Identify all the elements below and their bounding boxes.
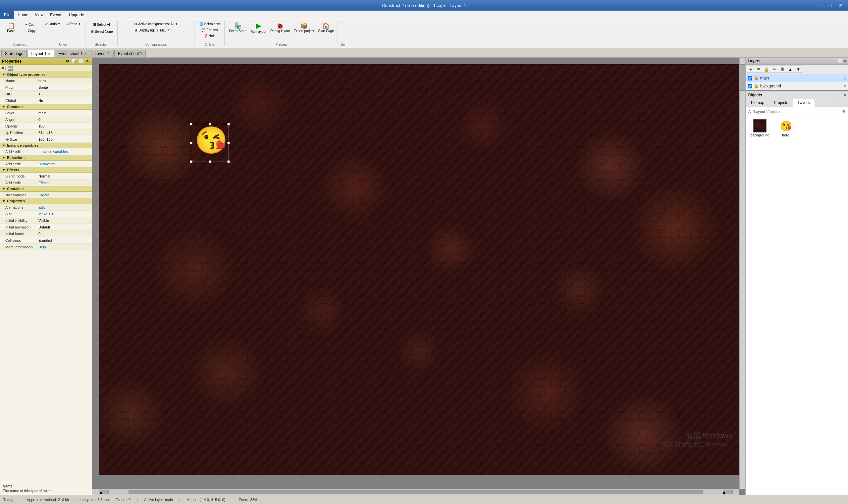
menu-item-events[interactable]: Events <box>47 11 66 19</box>
undo-button[interactable]: ↩ Undo ▼ <box>43 21 63 27</box>
scirra-button[interactable]: 🌐 Scirra.com <box>197 21 223 27</box>
canvas-area[interactable]: 😘 激活 Windows 转到"设置"以激活 Windows。 <box>92 58 745 495</box>
tab-layout1-b[interactable]: Layout 1 <box>91 50 113 57</box>
prop-collisions: Collisions Enabled <box>0 237 92 244</box>
section-effects[interactable]: ▼ Effects <box>0 167 92 173</box>
props-tool-2[interactable]: 🔤 <box>7 66 13 71</box>
section-properties[interactable]: ▼ Properties <box>0 198 92 204</box>
prop-mi-link[interactable]: Help <box>38 245 90 249</box>
section-common[interactable]: ▼ Common <box>0 104 92 110</box>
section-iv-collapse: ▼ <box>2 143 6 147</box>
delete-layer-button[interactable]: 🗑 <box>779 66 786 73</box>
menu-item-home[interactable]: Home <box>14 11 32 19</box>
displaying-icon: 🖥 <box>134 29 138 32</box>
layer-visibility-button[interactable]: 👁 <box>755 66 762 73</box>
h-scroll-btn-left[interactable]: ◀ <box>99 490 109 494</box>
prop-uid-label: UID <box>5 92 38 96</box>
tab-layout1-active[interactable]: Layout 1 ✕ <box>28 50 54 57</box>
section-instance-vars[interactable]: ▼ Instance variables <box>0 143 92 148</box>
objects-close[interactable]: ✕ <box>843 93 846 97</box>
props-sort-by-cat[interactable]: 📊 <box>71 59 77 64</box>
paste-button[interactable]: 📋 Paste <box>3 21 20 34</box>
store-button[interactable]: 🏪 Scirra Store <box>227 22 248 34</box>
layer-lock-button[interactable]: 🔒 <box>763 66 770 73</box>
maximize-button[interactable]: □ <box>826 2 835 9</box>
prop-name-value: hero <box>38 79 90 83</box>
prop-eff-label: Add / edit <box>5 181 38 185</box>
canvas-horizontal-scrollbar[interactable]: ◀ ▶ <box>92 489 739 495</box>
prop-anim-link[interactable]: Edit <box>38 205 90 209</box>
section-behaviors[interactable]: ▼ Behaviors <box>0 155 92 161</box>
tab-layout1-close[interactable]: ✕ <box>48 52 50 56</box>
help-button[interactable]: ❓ Help <box>201 33 218 39</box>
prop-eff-link[interactable]: Effects <box>38 181 90 185</box>
forums-button[interactable]: 💬 Forums <box>199 27 220 33</box>
export-project-button[interactable]: 📦 Export project <box>292 22 316 34</box>
selection-label: Selection <box>95 42 108 47</box>
displaying-button[interactable]: 🖥 Displaying: HTML5 ▼ <box>132 28 172 33</box>
prop-if-label: Initial frame <box>5 232 38 236</box>
start-page-button[interactable]: 🏠 Start Page <box>317 22 336 34</box>
select-none-button[interactable]: ⊟ Select None <box>88 28 115 35</box>
titlebar-controls[interactable]: — □ ✕ <box>815 2 845 9</box>
prop-layer: Layer main <box>0 110 92 116</box>
layers-float[interactable]: ⬜ <box>838 59 842 63</box>
canvas-vertical-scrollbar[interactable] <box>739 58 745 489</box>
layer-main-checkbox[interactable] <box>748 76 752 80</box>
right-panel: Layers ⬜ ✕ + 👁 🔒 ✏ 🗑 ▲ ▼ 🔒 main <box>745 58 848 495</box>
properties-title: Properties <box>2 59 21 64</box>
tab-event-sheet1-b[interactable]: Event sheet 1 <box>114 50 146 57</box>
tab-event-sheet1-close[interactable]: ✕ <box>84 52 87 56</box>
section-container[interactable]: ▼ Container <box>0 186 92 192</box>
prop-cont-link[interactable]: Create <box>38 193 90 197</box>
object-background[interactable]: background <box>748 118 772 139</box>
props-tool-1[interactable]: ≡↕ <box>1 66 6 71</box>
tab-tilemap[interactable]: Tilemap <box>746 99 769 107</box>
hero-sprite[interactable]: 😘 <box>195 127 227 159</box>
props-float[interactable]: ⬜ <box>78 59 85 64</box>
object-hero[interactable]: 😘 hero <box>774 118 797 139</box>
section-object-type[interactable]: ▼ Object type properties <box>0 72 92 77</box>
prop-angle-value: 0 <box>38 118 90 122</box>
close-button[interactable]: ✕ <box>836 2 845 9</box>
select-all-label: Select All <box>97 23 111 26</box>
props-close[interactable]: ✕ <box>85 59 90 64</box>
objects-settings-icon[interactable]: ⚙ <box>842 109 845 113</box>
tab-event-sheet1[interactable]: Event sheet 1 ✕ <box>55 50 90 57</box>
layer-bg-checkbox[interactable] <box>748 84 752 88</box>
active-config-button[interactable]: ⚙ Active configurations: All ▼ <box>132 21 180 27</box>
statusbar: Ready Approx. download: 210 kb memory us… <box>0 495 848 504</box>
menu-item-file[interactable]: File <box>0 11 14 19</box>
objects-float[interactable]: ⬜ <box>838 93 842 97</box>
v-scroll-thumb[interactable] <box>740 64 745 91</box>
layout-canvas[interactable]: 😘 激活 Windows 转到"设置"以激活 Windows。 <box>99 64 739 475</box>
h-scroll-btn-right[interactable]: ▶ <box>723 490 733 494</box>
menu-item-upgrade[interactable]: Upgrade <box>66 11 87 19</box>
run-layout-button[interactable]: ▶ Run layout <box>249 21 268 34</box>
layers-close[interactable]: ✕ <box>843 59 846 63</box>
cut-button[interactable]: ✂ Cut <box>20 22 38 28</box>
prop-size-ratio-link[interactable]: Make 1:1 <box>38 212 90 216</box>
prop-iv-link[interactable]: Instance variables <box>38 150 90 154</box>
copy-button[interactable]: 📄 Copy <box>20 28 38 34</box>
layer-background[interactable]: 🔒 background 0 <box>746 82 848 90</box>
tab-layers[interactable]: Layers <box>793 99 815 107</box>
prop-beh-link[interactable]: Behaviors <box>38 162 90 166</box>
add-layer-button[interactable]: + <box>747 66 754 73</box>
menu-item-view[interactable]: View <box>32 11 47 19</box>
tab-projects[interactable]: Projects <box>769 99 793 107</box>
prop-name: Name hero <box>0 77 92 84</box>
move-layer-up-button[interactable]: ▲ <box>787 66 794 73</box>
redo-button[interactable]: ↪ Redo ▼ <box>63 21 83 27</box>
select-all-button[interactable]: ⊞ Select All <box>90 21 113 28</box>
layer-properties-button[interactable]: ✏ <box>771 66 778 73</box>
debug-layout-button[interactable]: 🐞 Debug layout <box>269 22 292 34</box>
h-scroll-thumb[interactable] <box>128 490 703 494</box>
redo-arrow: ▼ <box>78 22 81 25</box>
layer-main[interactable]: 🔒 main 1 <box>746 74 848 82</box>
props-sort-by-name[interactable]: 🗂 <box>65 59 71 64</box>
status-divider-2 <box>137 497 138 502</box>
minimize-button[interactable]: — <box>815 2 824 9</box>
tab-start-page[interactable]: Start page <box>1 50 27 57</box>
move-layer-down-button[interactable]: ▼ <box>795 66 802 73</box>
